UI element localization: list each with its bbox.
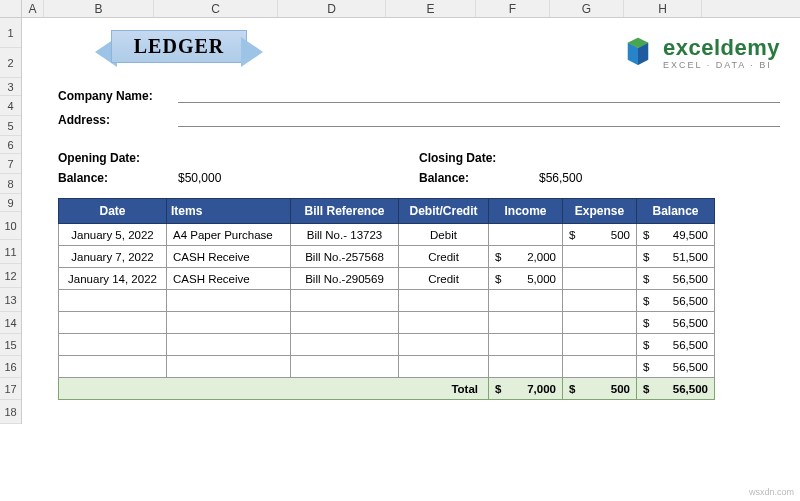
column-header-D[interactable]: D xyxy=(278,0,386,17)
cell-date[interactable] xyxy=(59,356,167,378)
header-expense[interactable]: Expense xyxy=(563,199,637,224)
cell-bill[interactable] xyxy=(291,312,399,334)
cell-date[interactable]: January 5, 2022 xyxy=(59,224,167,246)
cell-items[interactable]: CASH Receive xyxy=(167,268,291,290)
opening-balance-value[interactable]: $50,000 xyxy=(178,171,221,185)
table-row[interactable]: January 5, 2022A4 Paper PurchaseBill No.… xyxy=(59,224,715,246)
cell-dc[interactable]: Credit xyxy=(399,268,489,290)
table-row[interactable]: $56,500 xyxy=(59,334,715,356)
cell-items[interactable] xyxy=(167,334,291,356)
table-row[interactable]: January 14, 2022CASH ReceiveBill No.-290… xyxy=(59,268,715,290)
cell-income[interactable] xyxy=(489,356,563,378)
header-items[interactable]: Items xyxy=(167,199,291,224)
row-header-15[interactable]: 15 xyxy=(0,334,21,356)
cell-bill[interactable] xyxy=(291,290,399,312)
total-row[interactable]: Total$7,000$500$56,500 xyxy=(59,378,715,400)
header-bill[interactable]: Bill Reference xyxy=(291,199,399,224)
row-header-2[interactable]: 2 xyxy=(0,48,21,78)
cell-income[interactable] xyxy=(489,334,563,356)
cell-items[interactable] xyxy=(167,312,291,334)
cell-income[interactable]: $2,000 xyxy=(489,246,563,268)
cell-expense[interactable] xyxy=(563,268,637,290)
cell-date[interactable] xyxy=(59,312,167,334)
column-header-F[interactable]: F xyxy=(476,0,550,17)
cell-balance[interactable]: $56,500 xyxy=(637,268,715,290)
cell-bill[interactable]: Bill No.-257568 xyxy=(291,246,399,268)
row-header-16[interactable]: 16 xyxy=(0,356,21,378)
row-header-8[interactable]: 8 xyxy=(0,174,21,194)
cell-dc[interactable]: Debit xyxy=(399,224,489,246)
cell-income[interactable] xyxy=(489,312,563,334)
header-income[interactable]: Income xyxy=(489,199,563,224)
cell-items[interactable]: A4 Paper Purchase xyxy=(167,224,291,246)
row-header-1[interactable]: 1 xyxy=(0,18,21,48)
column-header-C[interactable]: C xyxy=(154,0,278,17)
row-header-13[interactable]: 13 xyxy=(0,288,21,312)
row-header-3[interactable]: 3 xyxy=(0,78,21,96)
select-all-corner[interactable] xyxy=(0,0,22,18)
cell-date[interactable]: January 14, 2022 xyxy=(59,268,167,290)
cell-balance[interactable]: $56,500 xyxy=(637,334,715,356)
cell-date[interactable] xyxy=(59,290,167,312)
cell-dc[interactable] xyxy=(399,312,489,334)
row-header-12[interactable]: 12 xyxy=(0,264,21,288)
cell-bill[interactable] xyxy=(291,356,399,378)
row-header-5[interactable]: 5 xyxy=(0,116,21,136)
row-header-6[interactable]: 6 xyxy=(0,136,21,154)
column-header-A[interactable]: A xyxy=(22,0,44,17)
row-header-11[interactable]: 11 xyxy=(0,240,21,264)
cell-expense[interactable]: $500 xyxy=(563,224,637,246)
address-field[interactable] xyxy=(178,113,780,127)
column-header-G[interactable]: G xyxy=(550,0,624,17)
closing-balance-value[interactable]: $56,500 xyxy=(539,171,582,185)
cell-bill[interactable]: Bill No.-290569 xyxy=(291,268,399,290)
cell-balance[interactable]: $56,500 xyxy=(637,290,715,312)
row-header-14[interactable]: 14 xyxy=(0,312,21,334)
worksheet-area[interactable]: LEDGER exceldemy EXCEL · DATA · BI Compa… xyxy=(22,18,800,501)
column-header-E[interactable]: E xyxy=(386,0,476,17)
column-header-H[interactable]: H xyxy=(624,0,702,17)
cell-expense[interactable] xyxy=(563,290,637,312)
cell-income[interactable]: $5,000 xyxy=(489,268,563,290)
header-dc[interactable]: Debit/Credit xyxy=(399,199,489,224)
cell-income[interactable] xyxy=(489,290,563,312)
cell-items[interactable] xyxy=(167,290,291,312)
cell-balance[interactable]: $51,500 xyxy=(637,246,715,268)
total-expense[interactable]: $500 xyxy=(563,378,637,400)
column-header-B[interactable]: B xyxy=(44,0,154,17)
cell-expense[interactable] xyxy=(563,312,637,334)
cell-date[interactable]: January 7, 2022 xyxy=(59,246,167,268)
table-row[interactable]: $56,500 xyxy=(59,356,715,378)
ledger-table[interactable]: Date Items Bill Reference Debit/Credit I… xyxy=(58,198,715,400)
cell-bill[interactable]: Bill No.- 13723 xyxy=(291,224,399,246)
cell-expense[interactable] xyxy=(563,334,637,356)
total-balance[interactable]: $56,500 xyxy=(637,378,715,400)
cell-bill[interactable] xyxy=(291,334,399,356)
company-name-field[interactable] xyxy=(178,89,780,103)
cell-items[interactable] xyxy=(167,356,291,378)
cell-date[interactable] xyxy=(59,334,167,356)
table-row[interactable]: $56,500 xyxy=(59,312,715,334)
table-row[interactable]: $56,500 xyxy=(59,290,715,312)
cell-balance[interactable]: $56,500 xyxy=(637,312,715,334)
total-income[interactable]: $7,000 xyxy=(489,378,563,400)
cell-dc[interactable] xyxy=(399,334,489,356)
row-header-9[interactable]: 9 xyxy=(0,194,21,212)
cell-dc[interactable] xyxy=(399,290,489,312)
row-header-10[interactable]: 10 xyxy=(0,212,21,240)
cell-dc[interactable]: Credit xyxy=(399,246,489,268)
cell-dc[interactable] xyxy=(399,356,489,378)
header-date[interactable]: Date xyxy=(59,199,167,224)
cell-items[interactable]: CASH Receive xyxy=(167,246,291,268)
row-header-4[interactable]: 4 xyxy=(0,96,21,116)
row-header-17[interactable]: 17 xyxy=(0,378,21,400)
row-header-18[interactable]: 18 xyxy=(0,400,21,424)
cell-balance[interactable]: $56,500 xyxy=(637,356,715,378)
table-row[interactable]: January 7, 2022CASH ReceiveBill No.-2575… xyxy=(59,246,715,268)
cell-expense[interactable] xyxy=(563,246,637,268)
cell-balance[interactable]: $49,500 xyxy=(637,224,715,246)
header-balance[interactable]: Balance xyxy=(637,199,715,224)
cell-expense[interactable] xyxy=(563,356,637,378)
row-header-7[interactable]: 7 xyxy=(0,154,21,174)
cell-income[interactable] xyxy=(489,224,563,246)
